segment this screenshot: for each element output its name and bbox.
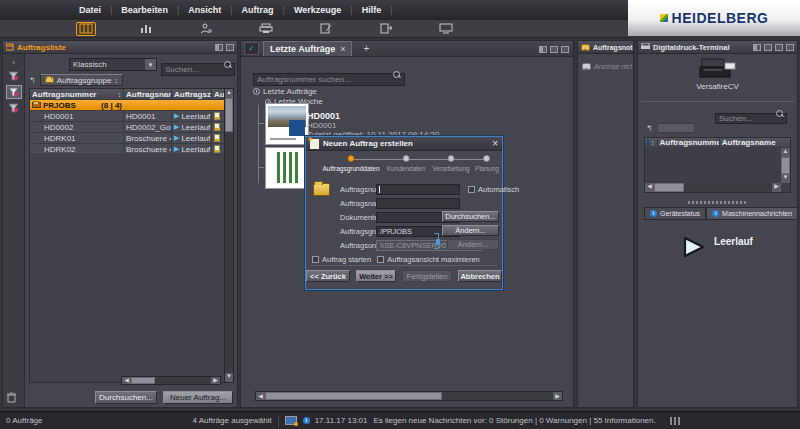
float-panel-icon[interactable]: [764, 44, 772, 51]
user-settings-icon[interactable]: [196, 22, 216, 36]
link-fields-icon[interactable]: [434, 233, 439, 249]
document-export-icon[interactable]: [376, 22, 396, 36]
new-job-button[interactable]: Neuer Auftrag...: [163, 391, 233, 404]
col-auftragszustand[interactable]: Auftragszust...↕: [172, 89, 212, 100]
vertical-scrollbar[interactable]: ▲ ▼: [224, 88, 234, 383]
filter-active-icon[interactable]: [6, 85, 22, 99]
col-auftragsnummer[interactable]: Auftragsnummer↕: [30, 89, 124, 100]
table-row[interactable]: HDRK01 Broschuere 4 Ver... ▶Leerlauf: [30, 133, 224, 144]
col-auftragsname[interactable]: Auftragsname: [720, 137, 790, 148]
menu-datei[interactable]: Datei: [70, 5, 110, 15]
table-row[interactable]: HD0002 HD0002_Golfstory ▶Leerlauf: [30, 122, 224, 133]
tab-geraetestatus[interactable]: i Gerätestatus: [644, 207, 706, 220]
maximize-panel-icon[interactable]: [786, 44, 794, 51]
scroll-up-icon[interactable]: ▲: [225, 89, 233, 98]
scroll-left-icon[interactable]: ◀: [122, 377, 131, 384]
job-thumbnail-brochure[interactable]: [265, 103, 309, 145]
dropdown-arrow-icon[interactable]: ▾: [145, 59, 156, 70]
horizontal-scrollbar[interactable]: ◀ ▶: [645, 183, 781, 192]
vertical-scrollbar[interactable]: ▲ ▼: [781, 148, 790, 183]
expand-strip-icon[interactable]: ›: [3, 58, 24, 67]
messages-icon[interactable]: [285, 416, 297, 425]
info-icon[interactable]: i: [303, 417, 310, 424]
tree-root[interactable]: Letzte Aufträge: [253, 87, 317, 96]
dialog-titlebar[interactable]: Neuen Auftrag erstellen ×: [306, 137, 502, 151]
change-folder-button[interactable]: Ändern...: [447, 239, 499, 250]
search-icon[interactable]: [224, 61, 232, 69]
col-extra[interactable]: Au...: [212, 89, 224, 100]
collapse-panel-icon[interactable]: [539, 46, 547, 53]
scrollbar-thumb[interactable]: [225, 98, 233, 132]
close-tab-icon[interactable]: ×: [340, 44, 345, 54]
job-search-input[interactable]: [253, 73, 405, 86]
col-auftragsnummer[interactable]: Auftragsnummer↕: [658, 137, 720, 148]
statusbar-message[interactable]: Es liegen neue Nachrichten vor: 0 Störun…: [373, 416, 655, 425]
document-edit-icon[interactable]: [316, 22, 336, 36]
float-panel-icon[interactable]: [550, 46, 558, 53]
group-row[interactable]: PRJOBS (8 | 4): [30, 100, 224, 111]
tab-letzte-auftraege[interactable]: Letzte Aufträge ×: [263, 41, 352, 56]
col-auftragsname[interactable]: Auftragsname↕: [124, 89, 172, 100]
menu-ansicht[interactable]: Ansicht: [179, 5, 230, 15]
horizontal-scrollbar[interactable]: ◀ ▶: [255, 391, 563, 401]
maximize-panel-icon[interactable]: [561, 46, 569, 53]
chart-icon[interactable]: [136, 22, 156, 36]
view-mode-select[interactable]: Klassisch ▾: [69, 58, 157, 71]
scrollbar-thumb[interactable]: [654, 183, 684, 192]
trash-icon[interactable]: [7, 392, 16, 403]
search-icon[interactable]: [393, 71, 401, 79]
hierarchy-icon[interactable]: ↰: [646, 124, 653, 133]
next-button[interactable]: Weiter >>: [356, 270, 396, 282]
collapse-panel-icon[interactable]: [215, 44, 223, 51]
menu-hilfe[interactable]: Hilfe: [353, 5, 391, 15]
hierarchy-icon[interactable]: ↰: [29, 76, 36, 85]
tab-maschinennachrichten[interactable]: i Maschinennachrichten: [706, 207, 798, 220]
filter-all-icon[interactable]: [6, 69, 22, 83]
change-group-button[interactable]: Ändern...: [442, 225, 499, 236]
scrollbar-thumb[interactable]: [131, 377, 155, 384]
device[interactable]: VersafireCV: [638, 57, 797, 91]
menu-auftrag[interactable]: Auftrag: [233, 5, 283, 15]
scrollbar-thumb[interactable]: [265, 392, 442, 400]
browse-button[interactable]: Durchsuchen...: [95, 391, 157, 404]
scroll-down-icon[interactable]: ▼: [225, 373, 233, 382]
start-job-checkbox[interactable]: [312, 256, 319, 263]
scroll-left-icon[interactable]: ◀: [256, 392, 265, 400]
group-by-button[interactable]: Auftragsgruppe ↕: [40, 74, 123, 86]
table-row[interactable]: HD0001 HD0001 ▶Leerlauf: [30, 111, 224, 122]
back-button[interactable]: << Zurück: [306, 270, 350, 282]
add-tab-icon[interactable]: +: [358, 43, 374, 56]
close-dialog-icon[interactable]: ×: [492, 138, 498, 149]
settings-icon[interactable]: [775, 44, 783, 51]
terminal-filter-input[interactable]: [657, 123, 695, 133]
scroll-down-icon[interactable]: ▼: [781, 174, 790, 183]
splitter-handle[interactable]: [688, 201, 747, 204]
scroll-right-icon[interactable]: ▶: [211, 377, 220, 384]
scroll-right-icon[interactable]: ▶: [553, 392, 562, 400]
documents-browse-button[interactable]: Durchsuchen...: [442, 211, 499, 222]
scroll-right-icon[interactable]: ▶: [772, 183, 781, 192]
automatic-checkbox[interactable]: [468, 186, 475, 193]
menu-bearbeiten[interactable]: Bearbeiten: [112, 5, 177, 15]
job-number-input[interactable]: [376, 184, 460, 195]
float-panel-icon[interactable]: [226, 44, 234, 51]
printer-icon[interactable]: [256, 22, 276, 36]
sort-icon[interactable]: ↕: [651, 139, 655, 146]
scroll-left-icon[interactable]: ◀: [645, 183, 654, 192]
horizontal-scrollbar[interactable]: ◀ ▶: [121, 376, 221, 385]
job-thumbnail-sheet[interactable]: [265, 147, 309, 189]
message-grip-icon[interactable]: [670, 417, 680, 425]
terminal-icon[interactable]: [436, 22, 456, 36]
scroll-up-icon[interactable]: ▲: [781, 148, 790, 157]
scrollbar-thumb[interactable]: [781, 157, 790, 174]
table-row[interactable]: HDRK02 Broschuere 4 Ver... ▶Leerlauf: [30, 144, 224, 155]
search-icon[interactable]: [776, 110, 784, 118]
joblist-icon[interactable]: [76, 22, 96, 36]
col-printer-status[interactable]: ↕: [645, 137, 658, 148]
panel-menu-icon[interactable]: ✓: [244, 42, 259, 55]
collapse-panel-icon[interactable]: [753, 44, 761, 51]
finish-button[interactable]: Fertigstellen: [402, 270, 452, 282]
sort-icon[interactable]: ↕: [118, 91, 122, 98]
menu-werkzeuge[interactable]: Werkzeuge: [285, 5, 350, 15]
job-name-input[interactable]: [376, 198, 460, 209]
